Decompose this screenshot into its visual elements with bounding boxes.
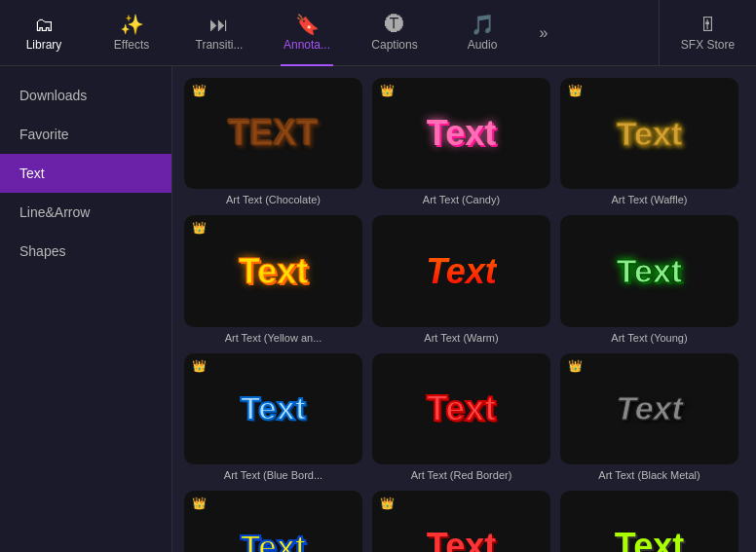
sfx-store-button[interactable]: 🎚 SFX Store [659, 0, 756, 66]
nav-item-annotations[interactable]: 🔖 Annota... [263, 0, 351, 66]
captions-icon: 🅣 [385, 15, 404, 34]
item-preview-young: Text [560, 215, 738, 326]
item-preview-candy: 👑Text [372, 78, 550, 189]
item-preview-blueborder: 👑Text [184, 353, 362, 464]
item-card-candy[interactable]: 👑TextArt Text (Candy) [372, 78, 550, 205]
item-label: Art Text (Red Border) [372, 469, 550, 481]
sidebar-item-favorite[interactable]: Favorite [0, 115, 171, 154]
item-preview-row4a: 👑Text [184, 491, 362, 552]
crown-badge: 👑 [192, 359, 207, 373]
sfx-icon: 🎚 [699, 15, 718, 34]
nav-item-effects[interactable]: ✨ Effects [88, 0, 175, 66]
item-label: Art Text (Waffle) [560, 194, 738, 205]
item-card-waffle[interactable]: 👑TextArt Text (Waffle) [560, 78, 738, 205]
library-icon: 🗂 [34, 15, 54, 34]
item-preview-chocolate: 👑TEXT [184, 78, 362, 189]
preview-text: Text [241, 528, 306, 552]
crown-badge: 👑 [192, 497, 207, 510]
nav-label-audio: Audio [468, 38, 498, 52]
sidebar-item-shapes[interactable]: Shapes [0, 232, 171, 271]
item-card-row4c[interactable]: TextArt Text (Style 12) [560, 491, 738, 552]
crown-badge: 👑 [568, 359, 583, 373]
item-card-young[interactable]: TextArt Text (Young) [560, 215, 738, 343]
item-preview-warm: Text [372, 215, 550, 326]
item-card-warm[interactable]: TextArt Text (Warm) [372, 215, 550, 343]
preview-text: Text [427, 526, 496, 552]
nav-item-audio[interactable]: 🎵 Audio [438, 0, 526, 66]
effects-icon: ✨ [120, 15, 144, 34]
transitions-icon: ⏭ [209, 15, 229, 34]
item-preview-row4b: 👑Text [372, 491, 550, 552]
item-card-chocolate[interactable]: 👑TEXTArt Text (Chocolate) [184, 78, 362, 205]
item-label: Art Text (Black Metal) [560, 469, 738, 481]
nav-more-button[interactable]: » [526, 0, 561, 66]
nav-label-library: Library [26, 38, 62, 52]
preview-text: Text [617, 252, 682, 290]
item-preview-blackmetal: 👑Text [560, 353, 738, 464]
item-card-row4b[interactable]: 👑TextArt Text (Style 11) [372, 491, 550, 552]
crown-badge: 👑 [568, 84, 583, 97]
audio-icon: 🎵 [471, 15, 495, 34]
crown-badge: 👑 [380, 497, 395, 510]
item-label: Art Text (Candy) [372, 194, 550, 205]
sidebar: DownloadsFavoriteTextLine&ArrowShapes [0, 66, 172, 552]
nav-label-effects: Effects [114, 38, 149, 52]
item-label: Art Text (Yellow an... [184, 332, 362, 344]
preview-text: Text [615, 526, 684, 552]
preview-text: Text [617, 115, 682, 153]
preview-text: Text [616, 389, 683, 427]
item-preview-yellow: 👑Text [184, 215, 362, 326]
nav-item-library[interactable]: 🗂 Library [0, 0, 88, 66]
preview-text: Text [427, 113, 496, 154]
main-content: DownloadsFavoriteTextLine&ArrowShapes 👑T… [0, 66, 756, 552]
content-area: 👑TEXTArt Text (Chocolate)👑TextArt Text (… [172, 66, 756, 552]
nav-item-transitions[interactable]: ⏭ Transiti... [175, 0, 263, 66]
item-preview-waffle: 👑Text [560, 78, 738, 189]
preview-text: TEXT [228, 113, 318, 154]
preview-text: Text [241, 389, 306, 427]
top-nav: 🗂 Library ✨ Effects ⏭ Transiti... 🔖 Anno… [0, 0, 756, 66]
annotations-icon: 🔖 [295, 15, 320, 34]
item-preview-redborder: Text [372, 353, 550, 464]
item-label: Art Text (Young) [560, 332, 738, 344]
crown-badge: 👑 [192, 221, 207, 235]
item-card-yellow[interactable]: 👑TextArt Text (Yellow an... [184, 215, 362, 343]
preview-text: Text [426, 251, 497, 292]
item-label: Art Text (Chocolate) [184, 194, 362, 205]
item-card-blueborder[interactable]: 👑TextArt Text (Blue Bord... [184, 353, 362, 481]
item-label: Art Text (Blue Bord... [184, 469, 362, 481]
sidebar-item-text[interactable]: Text [0, 154, 171, 193]
item-preview-row4c: Text [560, 491, 738, 552]
nav-label-captions: Captions [371, 38, 417, 52]
crown-badge: 👑 [192, 84, 207, 97]
preview-text: Text [427, 388, 496, 429]
sidebar-item-line-arrow[interactable]: Line&Arrow [0, 193, 171, 232]
item-card-redborder[interactable]: TextArt Text (Red Border) [372, 353, 550, 481]
sidebar-item-downloads[interactable]: Downloads [0, 76, 171, 115]
nav-label-transitions: Transiti... [196, 38, 244, 52]
item-label: Art Text (Warm) [372, 332, 550, 344]
items-grid: 👑TEXTArt Text (Chocolate)👑TextArt Text (… [184, 78, 744, 552]
nav-item-captions[interactable]: 🅣 Captions [351, 0, 438, 66]
crown-badge: 👑 [380, 84, 395, 97]
item-card-row4a[interactable]: 👑TextArt Text (Style 10) [184, 491, 362, 552]
preview-text: Text [239, 251, 308, 292]
nav-label-annotations: Annota... [284, 38, 330, 52]
sfx-label: SFX Store [681, 38, 735, 52]
item-card-blackmetal[interactable]: 👑TextArt Text (Black Metal) [560, 353, 738, 481]
